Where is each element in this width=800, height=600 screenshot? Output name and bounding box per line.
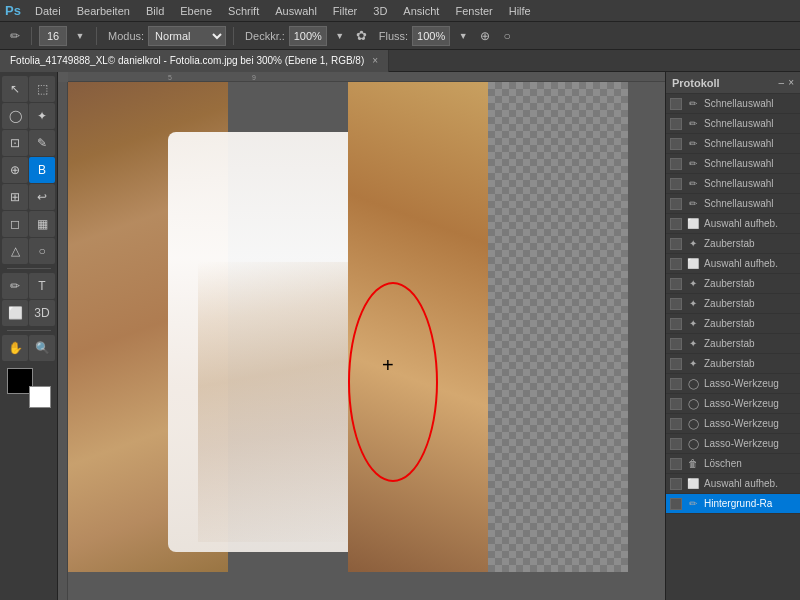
history-item[interactable]: ⬜Auswahl aufheb. <box>666 214 800 234</box>
history-checkbox[interactable] <box>670 138 682 150</box>
menu-bearbeiten[interactable]: Bearbeiten <box>70 3 137 19</box>
document-tab[interactable]: Fotolia_41749888_XL© danielkrol - Fotoli… <box>0 50 389 72</box>
history-item[interactable]: ✦Zauberstab <box>666 354 800 374</box>
shape-tool[interactable]: ⬜ <box>2 300 28 326</box>
lasso-tool[interactable]: ◯ <box>2 103 28 129</box>
history-checkbox[interactable] <box>670 378 682 390</box>
history-brush[interactable]: ↩ <box>29 184 55 210</box>
move-tool[interactable]: ↖ <box>2 76 28 102</box>
3d-tool[interactable]: 3D <box>29 300 55 326</box>
canvas-area[interactable]: 5 9 <box>58 72 665 600</box>
history-checkbox[interactable] <box>670 218 682 230</box>
history-checkbox[interactable] <box>670 298 682 310</box>
tool-row-6: ◻ ▦ <box>2 211 55 237</box>
menu-ansicht[interactable]: Ansicht <box>396 3 446 19</box>
history-checkbox[interactable] <box>670 458 682 470</box>
ruler-top: 5 9 <box>68 72 665 82</box>
menu-schrift[interactable]: Schrift <box>221 3 266 19</box>
panel-close[interactable]: × <box>788 77 794 88</box>
history-item[interactable]: ◯Lasso-Werkzeug <box>666 374 800 394</box>
zoom-tool[interactable]: 🔍 <box>29 335 55 361</box>
flow-arrow[interactable]: ▼ <box>454 27 472 45</box>
quick-select[interactable]: ✦ <box>29 103 55 129</box>
brush-preset-icon[interactable]: ▼ <box>71 27 89 45</box>
text-tool[interactable]: T <box>29 273 55 299</box>
history-checkbox[interactable] <box>670 158 682 170</box>
history-checkbox[interactable] <box>670 238 682 250</box>
history-item[interactable]: 🗑Löschen <box>666 454 800 474</box>
history-checkbox[interactable] <box>670 98 682 110</box>
history-checkbox[interactable] <box>670 178 682 190</box>
history-item[interactable]: ✏Schnellauswahl <box>666 194 800 214</box>
menu-3d[interactable]: 3D <box>366 3 394 19</box>
menu-fenster[interactable]: Fenster <box>448 3 499 19</box>
history-checkbox[interactable] <box>670 278 682 290</box>
panel-title: Protokoll <box>672 77 720 89</box>
history-item[interactable]: ◯Lasso-Werkzeug <box>666 394 800 414</box>
heal-tool[interactable]: ⊕ <box>2 157 28 183</box>
history-checkbox[interactable] <box>670 118 682 130</box>
airbrush-icon[interactable]: ✿ <box>353 27 371 45</box>
menu-auswahl[interactable]: Auswahl <box>268 3 324 19</box>
erase-tool[interactable]: ◻ <box>2 211 28 237</box>
flow-label: Fluss: <box>379 30 408 42</box>
menu-bild[interactable]: Bild <box>139 3 171 19</box>
brush-tool-icon[interactable]: ✏ <box>6 27 24 45</box>
extra-tool-2[interactable]: ○ <box>498 27 516 45</box>
menu-ebene[interactable]: Ebene <box>173 3 219 19</box>
history-item[interactable]: ✦Zauberstab <box>666 274 800 294</box>
pen-tool[interactable]: ✏ <box>2 273 28 299</box>
history-item[interactable]: ✏Schnellauswahl <box>666 94 800 114</box>
tab-label: Fotolia_41749888_XL© danielkrol - Fotoli… <box>10 55 364 66</box>
select-tool[interactable]: ⬚ <box>29 76 55 102</box>
history-checkbox[interactable] <box>670 498 682 510</box>
tool-row-3: ⊡ ✎ <box>2 130 55 156</box>
history-item[interactable]: ✏Schnellauswahl <box>666 154 800 174</box>
history-item[interactable]: ✏Schnellauswahl <box>666 114 800 134</box>
history-checkbox[interactable] <box>670 438 682 450</box>
stamp-tool[interactable]: ⊞ <box>2 184 28 210</box>
history-item[interactable]: ✦Zauberstab <box>666 294 800 314</box>
brush-tool[interactable]: B <box>29 157 55 183</box>
history-checkbox[interactable] <box>670 418 682 430</box>
history-checkbox[interactable] <box>670 478 682 490</box>
brush-size-input[interactable] <box>39 26 67 46</box>
tool-row-10: ✋ 🔍 <box>2 335 55 361</box>
extra-tool-1[interactable]: ⊕ <box>476 27 494 45</box>
opacity-arrow[interactable]: ▼ <box>331 27 349 45</box>
gradient-tool[interactable]: ▦ <box>29 211 55 237</box>
history-checkbox[interactable] <box>670 258 682 270</box>
color-boxes <box>7 368 51 408</box>
eyedropper-tool[interactable]: ✎ <box>29 130 55 156</box>
history-item-icon: 🗑 <box>686 457 700 471</box>
history-checkbox[interactable] <box>670 398 682 410</box>
history-item[interactable]: ✦Zauberstab <box>666 314 800 334</box>
history-item[interactable]: ◯Lasso-Werkzeug <box>666 434 800 454</box>
menu-filter[interactable]: Filter <box>326 3 364 19</box>
history-item[interactable]: ✏Schnellauswahl <box>666 174 800 194</box>
dodge-tool[interactable]: ○ <box>29 238 55 264</box>
hand-tool[interactable]: ✋ <box>2 335 28 361</box>
flow-input[interactable] <box>412 26 450 46</box>
history-item[interactable]: ✦Zauberstab <box>666 234 800 254</box>
panel-minimize[interactable]: – <box>779 77 785 88</box>
history-item[interactable]: ✏Hintergrund-Ra <box>666 494 800 514</box>
tab-close-button[interactable]: × <box>372 55 378 66</box>
history-checkbox[interactable] <box>670 358 682 370</box>
mode-select[interactable]: Normal Aufhellen Abdunkeln <box>148 26 226 46</box>
blur-tool[interactable]: △ <box>2 238 28 264</box>
opacity-input[interactable] <box>289 26 327 46</box>
history-item[interactable]: ⬜Auswahl aufheb. <box>666 474 800 494</box>
menu-hilfe[interactable]: Hilfe <box>502 3 538 19</box>
history-item[interactable]: ✏Schnellauswahl <box>666 134 800 154</box>
history-checkbox[interactable] <box>670 318 682 330</box>
history-checkbox[interactable] <box>670 338 682 350</box>
history-item[interactable]: ◯Lasso-Werkzeug <box>666 414 800 434</box>
menu-datei[interactable]: Datei <box>28 3 68 19</box>
history-list: ✏Schnellauswahl✏Schnellauswahl✏Schnellau… <box>666 94 800 600</box>
history-checkbox[interactable] <box>670 198 682 210</box>
background-color[interactable] <box>29 386 51 408</box>
history-item[interactable]: ⬜Auswahl aufheb. <box>666 254 800 274</box>
history-item[interactable]: ✦Zauberstab <box>666 334 800 354</box>
crop-tool[interactable]: ⊡ <box>2 130 28 156</box>
